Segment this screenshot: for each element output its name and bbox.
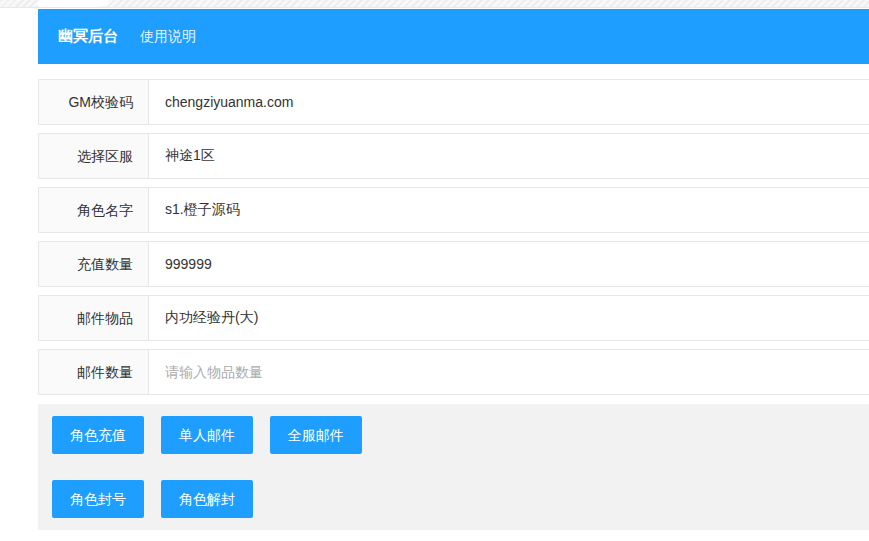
all-server-mail-button[interactable]: 全服邮件 (270, 416, 362, 454)
field-label-mail-item: 邮件物品 (39, 296, 149, 340)
mail-item-input[interactable] (150, 296, 869, 340)
form-row-mail-quantity: 邮件数量 (38, 349, 869, 395)
form-row-gm-code: GM校验码 (38, 79, 869, 125)
role-unban-button[interactable]: 角色解封 (161, 480, 253, 518)
role-name-input[interactable] (150, 188, 869, 232)
mail-quantity-input[interactable] (150, 350, 869, 394)
gm-code-input[interactable] (150, 80, 869, 124)
field-label-recharge-amount: 充值数量 (39, 242, 149, 286)
form-row-mail-item: 邮件物品 (38, 295, 869, 341)
recharge-amount-input[interactable] (150, 242, 869, 286)
field-label-role-name: 角色名字 (39, 188, 149, 232)
top-navbar: 幽冥后台 使用说明 (38, 9, 869, 64)
role-recharge-button[interactable]: 角色充值 (52, 416, 144, 454)
field-label-server: 选择区服 (39, 134, 149, 178)
field-label-mail-quantity: 邮件数量 (39, 350, 149, 394)
action-row-2: 角色封号 角色解封 (52, 480, 855, 518)
form-row-server: 选择区服 (38, 133, 869, 179)
role-ban-button[interactable]: 角色封号 (52, 480, 144, 518)
form-row-recharge-amount: 充值数量 (38, 241, 869, 287)
page-container: 幽冥后台 使用说明 GM校验码 选择区服 角色名字 充值数量 邮件物品 邮件数量 (38, 9, 869, 530)
nav-help-link[interactable]: 使用说明 (140, 28, 196, 46)
action-row-1: 角色充值 单人邮件 全服邮件 (52, 416, 855, 454)
window-edge-artifact (0, 0, 869, 8)
action-button-panel: 角色充值 单人邮件 全服邮件 角色封号 角色解封 (38, 404, 869, 530)
server-input[interactable] (150, 134, 869, 178)
form-row-role-name: 角色名字 (38, 187, 869, 233)
brand-title[interactable]: 幽冥后台 (58, 27, 118, 46)
single-mail-button[interactable]: 单人邮件 (161, 416, 253, 454)
field-label-gm-code: GM校验码 (39, 80, 149, 124)
